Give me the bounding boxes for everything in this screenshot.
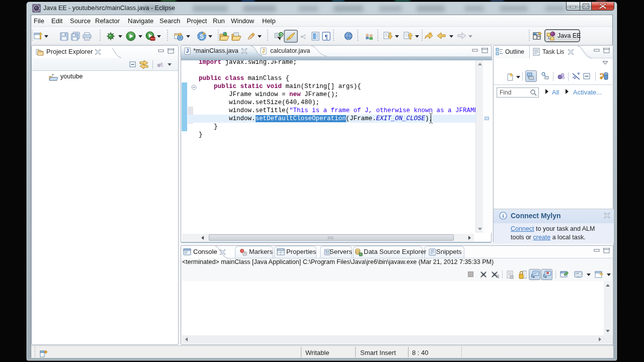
svg-text:J: J [186, 48, 189, 54]
svg-text:J: J [262, 48, 265, 54]
svg-text:¶: ¶ [325, 33, 328, 40]
svg-text:i: i [502, 213, 504, 219]
